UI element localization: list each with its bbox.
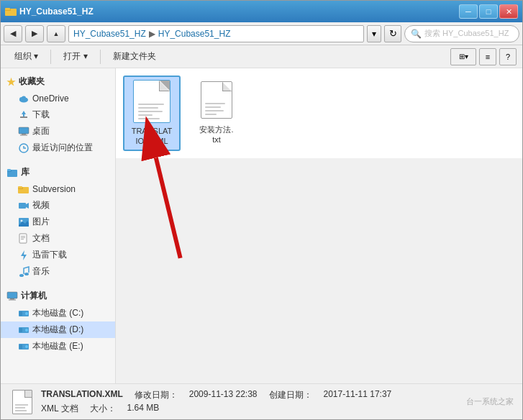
svg-rect-10	[22, 134, 26, 135]
xml-file-icon	[133, 80, 170, 123]
breadcrumb-part1: HY_Cubase51_HZ	[73, 29, 146, 39]
txt-file-lines	[205, 103, 228, 115]
sidebar-divider-1	[1, 156, 115, 163]
status-file-icon-wrapper	[9, 388, 35, 416]
search-icon: 🔍	[411, 29, 422, 39]
status-size-label: 大小：	[90, 403, 116, 415]
sidebar-item-drive-c[interactable]: 本地磁盘 (C:)	[1, 305, 115, 321]
breadcrumb-separator: ▶	[149, 29, 155, 39]
sidebar-library-header[interactable]: 库	[1, 163, 115, 181]
recent-label: 最近访问的位置	[32, 142, 93, 154]
svg-point-36	[25, 312, 28, 315]
maximize-button[interactable]: □	[479, 4, 498, 19]
address-dropdown[interactable]: ▾	[367, 25, 381, 42]
sidebar-item-download[interactable]: 下载	[1, 106, 115, 123]
drive-c-icon	[18, 308, 29, 319]
sidebar-item-drive-d[interactable]: 本地磁盘 (D:)	[1, 321, 115, 338]
onedrive-label: OneDrive	[32, 93, 69, 104]
sidebar-item-thunder[interactable]: 迅雷下载	[1, 247, 115, 263]
sidebar-item-desktop[interactable]: 桌面	[1, 123, 115, 140]
svg-point-30	[24, 273, 29, 275]
txt-file-icon-wrapper	[195, 78, 238, 122]
explorer-window: HY_Cubase51_HZ ─ □ ✕ ◀ ▶ ▲ HY_Cubase51_H…	[0, 0, 523, 420]
organize-button[interactable]: 组织 ▾	[6, 47, 46, 66]
documents-label: 文档	[32, 232, 50, 245]
svg-rect-11	[20, 134, 27, 135]
subversion-label: Subversion	[32, 184, 76, 194]
star-icon: ★	[6, 76, 16, 88]
drive-d-icon	[18, 324, 29, 336]
svg-rect-31	[7, 292, 17, 298]
svg-rect-33	[9, 299, 16, 300]
status-xml-icon	[12, 390, 32, 414]
minimize-button[interactable]: ─	[459, 4, 478, 19]
status-bar: TRANSLATION.XML 修改日期： 2009-11-13 22:38 创…	[1, 383, 522, 419]
window-title: HY_Cubase51_HZ	[19, 6, 94, 17]
svg-point-39	[25, 329, 28, 332]
sidebar-item-video[interactable]: 视频	[1, 197, 115, 214]
drive-e-label: 本地磁盘 (E:)	[32, 340, 83, 352]
status-row-2: XML 文档 大小： 1.64 MB	[41, 403, 391, 415]
subversion-icon	[18, 183, 29, 195]
sidebar-item-documents[interactable]: 文档	[1, 230, 115, 247]
up-button[interactable]: ▲	[47, 25, 65, 42]
help-button[interactable]: ?	[499, 48, 517, 65]
sidebar-item-images[interactable]: 图片	[1, 214, 115, 230]
desktop-icon	[18, 126, 29, 137]
svg-rect-35	[19, 311, 22, 316]
music-label: 音乐	[32, 265, 50, 278]
toolbar: 组织 ▾ 打开 ▾ 新建文件夹 ⊞▾ ≡ ?	[1, 45, 522, 68]
sidebar-favorites-label: 收藏夹	[19, 76, 45, 88]
desktop-label: 桌面	[32, 125, 50, 137]
file-item-txt[interactable]: 安装方法.txt	[188, 76, 245, 151]
download-icon	[18, 109, 29, 121]
status-filename: TRANSLATION.XML	[41, 389, 123, 401]
svg-point-6	[22, 96, 26, 101]
status-icon-lines	[15, 404, 29, 411]
svg-rect-7	[20, 117, 27, 118]
status-modified-value: 2009-11-13 22:38	[189, 389, 258, 401]
video-icon	[18, 200, 29, 211]
svg-rect-2	[5, 8, 10, 10]
sidebar-favorites-header[interactable]: ★ 收藏夹	[1, 73, 115, 91]
sidebar-item-music[interactable]: 音乐	[1, 263, 115, 280]
sidebar-computer-header[interactable]: 计算机	[1, 287, 115, 305]
search-box[interactable]: 🔍 搜索 HY_Cubase51_HZ	[404, 25, 519, 42]
toolbar-right: ⊞▾ ≡ ?	[450, 48, 517, 65]
svg-marker-28	[21, 250, 27, 260]
sidebar-item-onedrive[interactable]: OneDrive	[1, 91, 115, 106]
library-icon	[6, 167, 18, 178]
sidebar-divider-2	[1, 280, 115, 287]
details-button[interactable]: ≡	[479, 48, 496, 65]
svg-rect-32	[10, 298, 14, 300]
file-item-xml[interactable]: TRANSLATION.XML	[123, 76, 181, 151]
thunder-icon	[18, 250, 29, 261]
view-options-button[interactable]: ⊞▾	[450, 48, 476, 65]
back-button[interactable]: ◀	[4, 25, 22, 42]
main-content: ★ 收藏夹 OneDrive 下载	[1, 68, 522, 383]
download-label: 下载	[32, 109, 50, 121]
drive-c-label: 本地磁盘 (C:)	[32, 307, 83, 319]
svg-rect-26	[21, 237, 25, 238]
status-created-label: 创建日期：	[269, 389, 312, 401]
toolbar-sep-1	[50, 50, 51, 64]
sidebar-item-recent[interactable]: 最近访问的位置	[1, 140, 115, 156]
sidebar-item-drive-e[interactable]: 本地磁盘 (E:)	[1, 338, 115, 355]
new-folder-button[interactable]: 新建文件夹	[105, 47, 164, 66]
computer-icon	[6, 291, 18, 302]
sidebar-item-subversion[interactable]: Subversion	[1, 181, 115, 197]
title-bar-left: HY_Cubase51_HZ	[5, 6, 94, 17]
forward-button[interactable]: ▶	[25, 25, 44, 42]
toolbar-sep-2	[100, 50, 101, 64]
watermark: 台一系统之家	[466, 396, 514, 407]
txt-file-icon	[201, 81, 232, 119]
close-button[interactable]: ✕	[499, 4, 518, 19]
address-bar: ◀ ▶ ▲ HY_Cubase51_HZ ▶ HY_Cubase51_HZ ▾ …	[1, 22, 522, 45]
refresh-button[interactable]: ↻	[384, 25, 401, 42]
breadcrumb[interactable]: HY_Cubase51_HZ ▶ HY_Cubase51_HZ	[68, 25, 364, 42]
open-button[interactable]: 打开 ▾	[55, 47, 95, 66]
title-bar-controls: ─ □ ✕	[459, 4, 518, 19]
svg-rect-27	[21, 239, 24, 239]
thunder-label: 迅雷下载	[32, 249, 67, 261]
svg-rect-24	[19, 234, 27, 243]
